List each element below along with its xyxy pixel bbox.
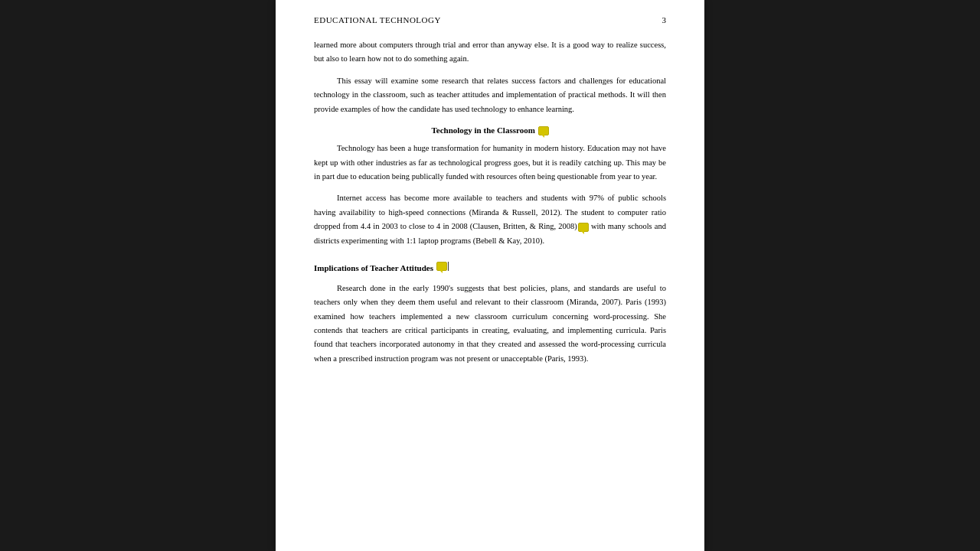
paragraph-1: learned more about computers through tri… [314, 38, 666, 67]
page-number: 3 [662, 15, 667, 24]
comment-icon-1[interactable] [538, 126, 549, 135]
comment-icon-2[interactable] [578, 223, 589, 232]
highlight-education: Education [587, 144, 620, 152]
comment-icon-3[interactable] [436, 262, 447, 271]
paragraph-4: Internet access has become more availabl… [314, 191, 666, 248]
paragraph-3: Technology has been a huge transformatio… [314, 142, 666, 184]
paragraph-5: Research done in the early 1990's sugges… [314, 282, 666, 366]
document-page: EDUCATIONAL TECHNOLOGY 3 learned more ab… [276, 0, 704, 551]
section-heading-technology: Technology in the Classroom [314, 126, 666, 135]
document-title: EDUCATIONAL TECHNOLOGY [314, 15, 441, 24]
section-heading-implications: Implications of Teacher Attitudes [314, 263, 433, 272]
section-heading-implications-container: Implications of Teacher Attitudes [314, 256, 666, 277]
paragraph-2: This essay will examine some research th… [314, 74, 666, 116]
page-header: EDUCATIONAL TECHNOLOGY 3 [314, 15, 666, 24]
cursor [448, 262, 449, 271]
